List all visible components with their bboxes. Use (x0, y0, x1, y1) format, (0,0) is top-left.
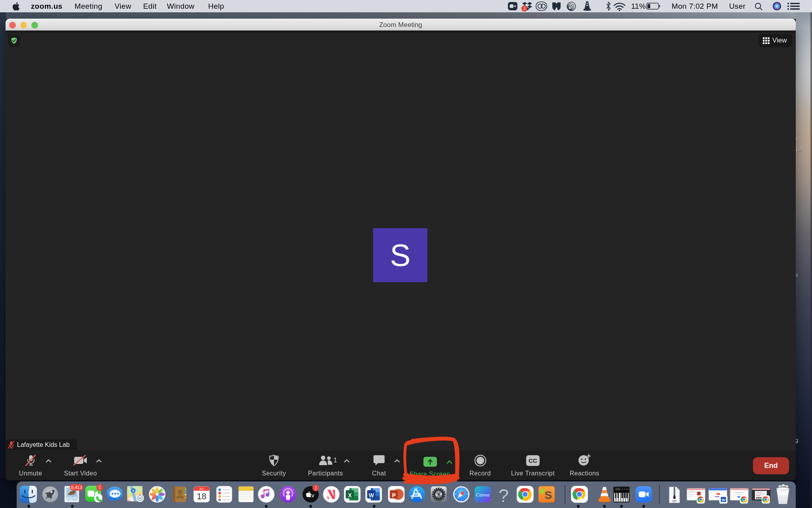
svg-text:W: W (722, 498, 725, 502)
svg-text:W: W (369, 492, 374, 498)
svg-text:X: X (348, 492, 352, 498)
svg-text:tv: tv (310, 492, 314, 498)
svg-text:S: S (545, 489, 552, 501)
svg-text:Canva: Canva (476, 492, 490, 498)
svg-text:3D: 3D (138, 497, 142, 500)
svg-text:18: 18 (197, 491, 206, 501)
svg-text:JUL: JUL (199, 487, 204, 490)
svg-text:P: P (392, 492, 396, 498)
svg-text:ZIP: ZIP (672, 499, 677, 503)
